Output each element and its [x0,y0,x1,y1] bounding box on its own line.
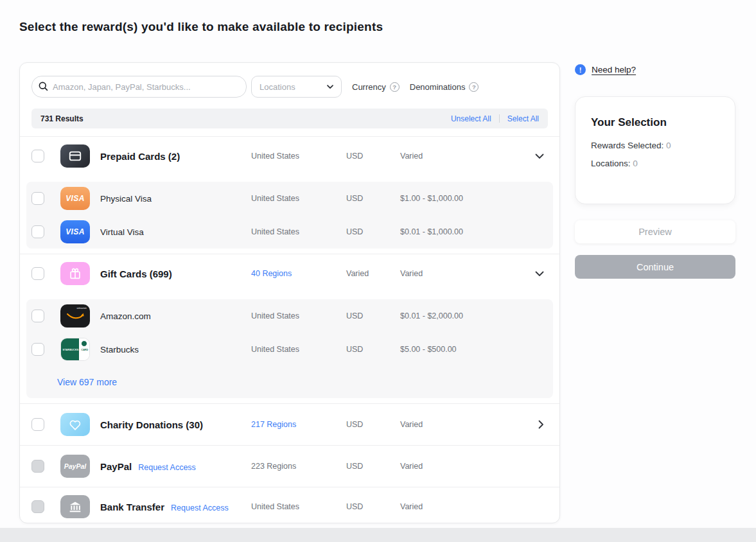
denominations-filter: Denominations ? [410,82,479,92]
visa-wordmark: VISA [66,194,85,203]
rewards-selected-value: 0 [666,141,671,150]
row-currency: USD [346,194,400,203]
starbucks-card-icon: STARBUCKS CARD [60,338,90,361]
row-virtual-visa[interactable]: VISA Virtual Visa United States USD $0.0… [26,215,553,249]
results-count: 731 Results [40,114,84,123]
row-location-link[interactable]: 217 Regions [251,420,346,429]
row-denomination: $0.01 - $1,000.00 [400,227,553,236]
row-currency: USD [346,345,400,354]
row-name: Amazon.com [100,311,151,321]
physical-visa-checkbox[interactable] [31,192,44,205]
row-paypal[interactable]: PayPal PayPal Request Access 223 Regions… [20,446,559,487]
selection-title: Your Selection [591,116,719,129]
chevron-down-icon[interactable] [535,153,544,159]
prepaid-children-group: VISA Physical Visa United States USD $1.… [26,182,553,249]
amazon-card-icon: amazon [60,304,90,328]
rewards-selected-line: Rewards Selected: 0 [591,141,719,150]
row-currency: Varied [346,269,400,278]
visa-wordmark: VISA [66,227,85,236]
row-charity-donations[interactable]: Charity Donations (30) 217 Regions USD V… [20,404,559,445]
row-location: United States [251,345,346,354]
currency-filter-label: Currency [352,82,386,92]
rewards-selected-label: Rewards Selected: [591,141,664,150]
row-name: Gift Cards (699) [100,268,172,279]
gift-children-group: amazon Amazon.com United States USD $0.0… [26,299,553,398]
view-more-link[interactable]: View 697 more [57,377,117,387]
row-gift-cards[interactable]: Gift Cards (699) 40 Regions Varied Varie… [20,254,559,293]
page-title: Select the reward(s) you'd like to make … [19,20,383,34]
denominations-help-icon[interactable]: ? [469,82,479,92]
locations-select[interactable]: Locations [251,76,342,98]
need-help-link[interactable]: ! Need help? [575,64,636,75]
locations-select-value: Locations [259,82,295,92]
unselect-all-link[interactable]: Unselect All [451,114,491,123]
results-bar: 731 Results Unselect All Select All [31,109,548,128]
row-location: United States [251,227,346,236]
row-name: Starbucks [100,345,139,354]
row-currency: USD [346,227,400,236]
row-denomination: $0.01 - $2,000.00 [400,311,553,320]
row-starbucks[interactable]: STARBUCKS CARD Starbucks United States U… [26,333,553,366]
prepaid-cards-checkbox[interactable] [31,150,44,162]
row-name: Virtual Visa [100,227,144,237]
row-denomination: Varied [400,502,559,511]
starbucks-logo [81,340,87,347]
row-location: United States [251,502,346,511]
virtual-visa-checkbox[interactable] [31,225,44,238]
currency-filter: Currency ? [352,82,400,92]
request-access-link[interactable]: Request Access [171,503,229,512]
denominations-filter-label: Denominations [410,82,466,92]
amazon-checkbox[interactable] [31,310,44,322]
row-currency: USD [346,462,400,471]
currency-help-icon[interactable]: ? [390,82,400,92]
row-location: United States [251,194,346,203]
chevron-right-icon[interactable] [538,420,544,429]
row-denomination: Varied [400,269,535,278]
preview-button[interactable]: Preview [575,220,735,243]
request-access-link[interactable]: Request Access [138,463,196,472]
chevron-down-icon [327,85,333,89]
row-bank-transfer[interactable]: Bank Transfer Request Access United Stat… [20,487,559,523]
viewport-bottom-strip [0,528,756,542]
row-denomination: Varied [400,462,559,471]
row-physical-visa[interactable]: VISA Physical Visa United States USD $1.… [26,182,553,215]
your-selection-card: Your Selection Rewards Selected: 0 Locat… [575,96,735,204]
row-name: PayPal [100,461,132,472]
starbucks-card-label: CARD [82,349,88,351]
amazon-wordmark: amazon [77,306,87,310]
locations-label: Locations: [591,159,631,168]
row-denomination: Varied [400,420,538,429]
row-name: Bank Transfer [100,502,164,512]
search-input[interactable] [31,76,247,98]
row-amazon[interactable]: amazon Amazon.com United States USD $0.0… [26,299,553,333]
row-denomination: $5.00 - $500.00 [400,345,553,354]
row-name: Prepaid Cards (2) [100,151,180,162]
select-all-link[interactable]: Select All [507,114,539,123]
paypal-icon: PayPal [60,455,90,478]
paypal-checkbox-disabled [31,460,44,473]
search-box [31,76,247,98]
continue-button[interactable]: Continue [575,255,735,279]
prepaid-card-icon [60,144,90,168]
exclamation-icon: ! [575,64,586,75]
search-icon [39,82,48,91]
row-location: United States [251,311,346,320]
locations-line: Locations: 0 [591,159,719,168]
row-prepaid-cards[interactable]: Prepaid Cards (2) United States USD Vari… [20,137,559,175]
bank-checkbox-disabled [31,500,44,513]
row-location: 223 Regions [251,462,346,471]
paypal-wordmark: PayPal [64,462,86,470]
row-currency: USD [346,311,400,320]
starbucks-checkbox[interactable] [31,343,44,356]
rewards-catalog-card: Locations Currency ? Denominations ? 731… [19,62,560,523]
visa-card-icon: VISA [60,187,90,210]
locations-value: 0 [633,159,638,168]
gift-cards-checkbox[interactable] [31,267,44,280]
row-name: Charity Donations (30) [100,419,203,430]
results-actions-divider [499,114,500,123]
charity-checkbox[interactable] [31,418,44,431]
row-location-link[interactable]: 40 Regions [251,269,346,278]
row-denomination: $1.00 - $1,000.00 [400,194,553,203]
row-name: Physical Visa [100,194,152,204]
chevron-down-icon[interactable] [535,271,544,277]
